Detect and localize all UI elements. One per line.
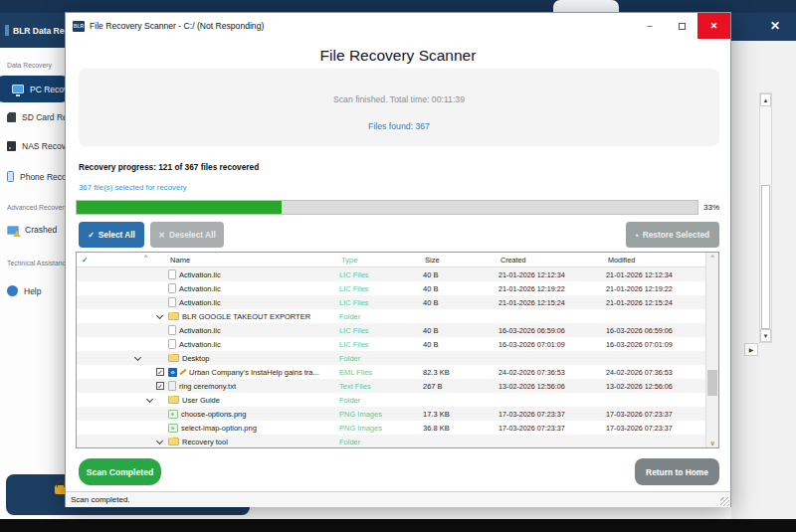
table-row[interactable]: choose-options.pngPNG Images17.3 KB17-03…	[77, 407, 718, 421]
created-date: 16-03-2026 07:01:09	[498, 340, 606, 349]
restore-selected-button[interactable]: ▪ Restore Selected	[626, 222, 719, 248]
progress-bar-fill	[77, 201, 282, 214]
minimize-button[interactable]: –	[634, 13, 666, 39]
maximize-button[interactable]	[666, 13, 697, 39]
column-header-name[interactable]: Name	[168, 256, 339, 265]
scroll-down-icon[interactable]: ▼	[760, 329, 771, 342]
expand-chevron-icon[interactable]	[156, 437, 163, 443]
file-type: LIC Files	[339, 270, 423, 279]
file-type: Text Files	[339, 382, 423, 391]
file-file-icon	[168, 269, 176, 279]
modified-date: 21-01-2026 12:15:24	[606, 298, 707, 307]
maximize-icon	[679, 23, 686, 30]
folder-file-icon	[168, 438, 179, 445]
nas-icon	[7, 141, 16, 151]
table-scroll-up-icon[interactable]: ^	[706, 254, 718, 261]
table-row[interactable]: User GuideFolder	[77, 393, 718, 407]
file-size: 36.8 KB	[423, 424, 498, 433]
file-name: BLR GOOGLE TAKEOUT EXPORTER	[182, 312, 310, 321]
table-row[interactable]: Activation.licLIC Files40 B21-01-2026 12…	[77, 281, 718, 295]
table-row[interactable]: ✓ring ceremony.txtText Files267 B13-02-2…	[77, 379, 718, 393]
created-date: 21-01-2026 12:19:22	[498, 284, 606, 293]
cross-icon: ✕	[158, 231, 165, 240]
table-row[interactable]: Activation.licLIC Files40 B21-01-2026 12…	[77, 295, 718, 309]
created-date: 16-03-2026 06:59:06	[498, 326, 606, 335]
file-recovery-scanner-dialog: BLR File Recovery Scanner - C:/ (Not Res…	[65, 12, 731, 507]
table-row[interactable]: Recovery toolFolder	[77, 435, 718, 448]
row-checkbox[interactable]: ✓	[156, 368, 164, 376]
scroll-up-icon[interactable]: ▲	[760, 93, 771, 106]
monitor-icon	[12, 85, 24, 93]
created-date: 17-03-2026 07:23:37	[498, 424, 606, 433]
expand-chevron-icon[interactable]	[156, 311, 163, 318]
created-date: 21-01-2026 12:15:24	[498, 298, 606, 307]
table-header-row[interactable]: ✓^NameTypeSizeCreatedModified	[77, 253, 718, 267]
sidebar: BLR Data Recovery Data RecoveryPC Recove…	[0, 13, 66, 519]
file-type: LIC Files	[339, 326, 423, 335]
table-row[interactable]: ✓oUrban Company’s InstaHelp gains tra...…	[77, 365, 718, 379]
table-row[interactable]: Activation.licLIC Files40 B21-01-2026 12…	[77, 267, 718, 281]
return-to-home-button[interactable]: Return to Home	[635, 458, 719, 485]
selected-files-info: 367 file(s) selected for recovery	[79, 183, 187, 192]
sidebar-section-label: Technical Assistance	[7, 260, 70, 266]
restore-selected-label: Restore Selected	[643, 230, 709, 240]
file-name: User Guide	[182, 396, 220, 405]
phone-icon	[7, 171, 14, 182]
table-vertical-scrollbar[interactable]: ^ v	[705, 253, 718, 447]
sidebar-item-help[interactable]: Help	[7, 285, 41, 296]
file-name: Activation.lic	[179, 298, 221, 307]
file-type: Folder	[339, 354, 423, 363]
table-row[interactable]: Activation.licLIC Files40 B16-03-2026 07…	[77, 337, 718, 351]
progress-bar	[76, 200, 698, 215]
table-row[interactable]: DesktopFolder	[77, 351, 718, 365]
background-app-close-button[interactable]: ✕	[764, 16, 786, 36]
column-header-size[interactable]: Size	[423, 256, 498, 265]
sidebar-item-pc-recovery[interactable]: PC Recovery	[0, 76, 72, 102]
scroll-right-icon[interactable]: ▶	[744, 343, 758, 356]
table-scroll-down-icon[interactable]: v	[706, 440, 718, 446]
file-name: ring ceremony.txt	[179, 382, 236, 391]
sidebar-section-label: Data Recovery	[7, 62, 52, 69]
deselect-all-label: Deselect All	[169, 230, 216, 240]
background-vertical-scrollbar[interactable]: ▲ ▼	[759, 92, 772, 343]
scrollbar-thumb[interactable]	[761, 185, 770, 329]
sidebar-section-label: Advanced Recovery	[7, 204, 68, 211]
column-header-created[interactable]: Created	[498, 256, 606, 265]
sidebar-item-crashed[interactable]: Crashed	[7, 225, 57, 235]
crashed-pc-icon	[7, 226, 19, 235]
column-header-check[interactable]: ✓^	[77, 256, 168, 265]
expand-chevron-icon[interactable]	[146, 395, 153, 402]
created-date: 24-02-2026 07:36:53	[498, 368, 606, 377]
file-file-icon	[168, 339, 176, 349]
brush-icon	[179, 369, 187, 376]
file-name: Urban Company’s InstaHelp gains tra...	[189, 368, 319, 377]
column-header-modified[interactable]: Modified	[606, 256, 707, 265]
modified-date: 17-03-2026 07:23:37	[606, 424, 707, 433]
file-file-icon	[168, 297, 176, 307]
select-all-button[interactable]: ✓ Select All	[79, 222, 144, 248]
resize-grip[interactable]	[720, 497, 729, 506]
table-scrollbar-thumb[interactable]	[707, 370, 717, 396]
modified-date: 21-01-2026 12:12:34	[606, 270, 707, 279]
recovery-progress-label: Recovery progress: 121 of 367 files reco…	[79, 162, 259, 172]
file-type: LIC Files	[339, 284, 423, 293]
files-table: ✓^NameTypeSizeCreatedModified Activation…	[76, 252, 719, 448]
scan-completed-button[interactable]: Scan Completed	[79, 458, 161, 485]
file-name: select-imap-option.png	[181, 424, 257, 433]
table-row[interactable]: Activation.licLIC Files40 B16-03-2026 06…	[77, 323, 718, 337]
file-name: Activation.lic	[179, 270, 221, 279]
file-type: PNG Images	[339, 424, 423, 433]
table-row[interactable]: BLR GOOGLE TAKEOUT EXPORTERFolder	[77, 309, 718, 323]
files-found-text: Files found: 367	[79, 121, 719, 131]
expand-chevron-icon[interactable]	[134, 353, 141, 360]
deselect-all-button[interactable]: ✕ Deselect All	[150, 222, 224, 248]
dialog-app-icon: BLR	[73, 21, 85, 32]
file-file-icon	[168, 325, 176, 335]
dialog-titlebar[interactable]: BLR File Recovery Scanner - C:/ (Not Res…	[66, 13, 730, 39]
table-row[interactable]: select-imap-option.pngPNG Images36.8 KB1…	[77, 421, 718, 435]
modified-date: 16-03-2026 07:01:09	[606, 340, 707, 349]
column-header-type[interactable]: Type	[339, 256, 423, 265]
dialog-title: File Recovery Scanner - C:/ (Not Respond…	[90, 21, 264, 31]
row-checkbox[interactable]: ✓	[156, 382, 164, 390]
close-button[interactable]: ✕	[697, 13, 730, 39]
